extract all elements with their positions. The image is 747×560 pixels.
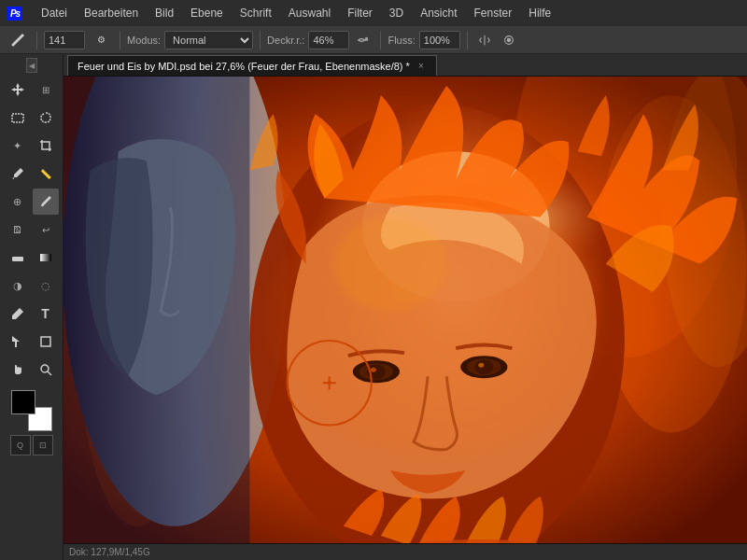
tab-close-button[interactable]: × <box>416 61 427 72</box>
tool-shape[interactable] <box>33 329 59 355</box>
color-swatches <box>11 390 52 431</box>
symmetry-icon[interactable] <box>474 30 495 50</box>
tool-clone-stamp[interactable]: 🖻 <box>5 217 31 243</box>
deckkr-airbrush-icon[interactable] <box>353 30 374 50</box>
deckkr-label: Deckr.r.: <box>267 35 304 46</box>
menu-datei[interactable]: Datei <box>34 5 75 21</box>
svg-rect-35 <box>63 77 249 560</box>
svg-point-6 <box>41 204 43 206</box>
status-text: Dok: 127,9M/1,45G <box>69 547 150 557</box>
tool-path-select[interactable] <box>5 329 31 355</box>
tool-blur[interactable]: ◌ <box>33 273 59 299</box>
app-logo: Ps <box>4 2 26 24</box>
pressure-icon[interactable] <box>499 30 519 50</box>
sep-1 <box>36 31 37 49</box>
tool-spot-heal[interactable]: ⊕ <box>5 189 31 215</box>
sep-4 <box>380 31 381 49</box>
tool-group-erase <box>5 245 59 271</box>
tool-hand[interactable] <box>5 357 31 383</box>
tool-gradient[interactable] <box>33 245 59 271</box>
deckkr-input[interactable]: 46% <box>308 31 349 49</box>
tool-dodge[interactable]: ◑ <box>5 273 31 299</box>
tool-brush-icon[interactable] <box>6 30 30 50</box>
tool-brush-paint[interactable] <box>33 189 59 215</box>
menu-fenster[interactable]: Fenster <box>467 5 520 21</box>
menu-ansicht[interactable]: Ansicht <box>413 5 464 21</box>
svg-point-0 <box>12 43 15 46</box>
screen-mode-icon[interactable]: ⊡ <box>33 435 53 455</box>
svg-rect-9 <box>41 337 50 346</box>
main-area: ◀ ⊞ ✦ <box>0 54 747 560</box>
tool-group-select: ⊞ <box>5 77 59 103</box>
svg-point-39 <box>328 381 331 385</box>
tool-group-select2: ✦ <box>5 133 59 159</box>
menu-filter[interactable]: Filter <box>340 5 380 21</box>
sep-3 <box>260 31 261 49</box>
status-bar: Dok: 127,9M/1,45G <box>63 543 747 560</box>
modus-label: Modus: <box>127 35 161 46</box>
menu-ebene[interactable]: Ebene <box>183 5 231 21</box>
sep-2 <box>120 31 120 49</box>
svg-rect-8 <box>40 254 51 261</box>
brush-size-input[interactable]: 141 <box>44 31 85 49</box>
tool-quick-select[interactable]: ✦ <box>5 133 31 159</box>
svg-point-4 <box>507 38 511 42</box>
canvas-wrapper[interactable]: Dok: 127,9M/1,45G <box>63 77 747 560</box>
tool-group-marquee <box>5 105 59 131</box>
svg-line-11 <box>48 371 51 375</box>
tool-eyedropper[interactable] <box>5 161 31 187</box>
tool-group-heal: ⊕ <box>5 189 59 215</box>
quick-mask-icon[interactable]: Q <box>10 435 31 455</box>
tool-history-brush[interactable]: ↩ <box>33 217 59 243</box>
svg-rect-7 <box>12 257 23 261</box>
mode-icons: Q ⊡ <box>10 435 53 455</box>
ps-logo-text: Ps <box>7 7 22 21</box>
brush-settings-icon[interactable]: ⚙ <box>89 30 113 50</box>
tool-group-measure: 📏 <box>5 161 59 187</box>
menu-bearbeiten[interactable]: Bearbeiten <box>77 5 146 21</box>
menu-auswahl[interactable]: Auswahl <box>281 5 338 21</box>
fluss-label: Fluss: <box>388 35 415 46</box>
menu-hilfe[interactable]: Hilfe <box>521 5 558 21</box>
svg-point-2 <box>366 37 368 39</box>
document-tab[interactable]: Feuer und Eis by MDI.psd bei 27,6% (Feue… <box>67 55 437 76</box>
svg-point-10 <box>41 365 49 372</box>
tool-group-pen: T <box>5 301 59 327</box>
tool-type[interactable]: T <box>33 301 59 327</box>
tool-lasso[interactable] <box>33 105 59 131</box>
tool-group-clone: 🖻 ↩ <box>5 217 59 243</box>
tool-ruler[interactable]: 📏 <box>33 161 59 187</box>
foreground-color-swatch[interactable] <box>11 390 35 414</box>
tools-panel: ◀ ⊞ ✦ <box>0 54 63 560</box>
tool-crop[interactable] <box>33 133 59 159</box>
tool-eraser[interactable] <box>5 245 31 271</box>
menu-schrift[interactable]: Schrift <box>233 5 279 21</box>
tab-title: Feuer und Eis by MDI.psd bei 27,6% (Feue… <box>78 61 410 72</box>
canvas-image <box>63 77 747 560</box>
tool-group-path <box>5 329 59 355</box>
tool-pen[interactable] <box>5 301 31 327</box>
tool-rect-marquee[interactable] <box>5 105 31 131</box>
options-toolbar: 141 ⚙ Modus: Normal Multiplizieren Abble… <box>0 26 747 54</box>
menu-bild[interactable]: Bild <box>148 5 181 21</box>
modus-select[interactable]: Normal Multiplizieren Abblenden <box>164 31 253 49</box>
tool-artboard[interactable]: ⊞ <box>33 77 59 103</box>
tool-zoom[interactable] <box>33 357 59 383</box>
tool-group-dodge: ◑ ◌ <box>5 273 59 299</box>
tool-move[interactable] <box>5 77 31 103</box>
panel-toggle[interactable]: ◀ <box>26 58 37 73</box>
menu-3d[interactable]: 3D <box>382 5 411 21</box>
tool-group-navigate <box>5 357 59 383</box>
svg-rect-5 <box>12 114 23 122</box>
fluss-input[interactable]: 100% <box>419 31 460 49</box>
tab-bar: Feuer und Eis by MDI.psd bei 27,6% (Feue… <box>63 54 747 77</box>
canvas-area: Feuer und Eis by MDI.psd bei 27,6% (Feue… <box>63 54 747 560</box>
menu-bar: Ps Datei Bearbeiten Bild Ebene Schrift A… <box>0 0 747 26</box>
sep-5 <box>467 31 468 49</box>
